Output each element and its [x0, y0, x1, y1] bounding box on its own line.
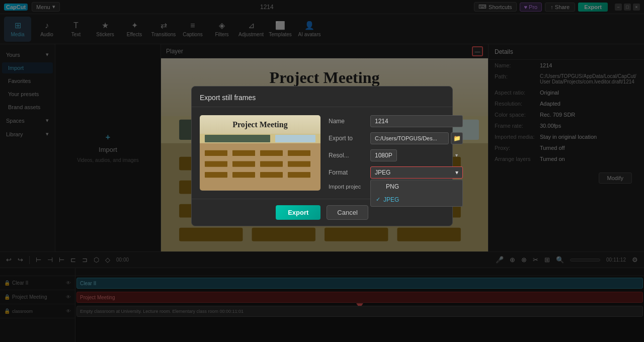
dialog-form: Name Export to 📁 Resol... 1080P 7 — [329, 115, 463, 191]
svg-rect-30 — [260, 161, 283, 166]
form-row-format: Format JPEG ▾ PNG ✓ — [329, 166, 463, 179]
dialog-body: Project Meeting — [192, 107, 452, 199]
format-chevron: ▾ — [455, 169, 458, 176]
form-row-resolution: Resol... 1080P 720P 4K — [329, 149, 463, 161]
svg-rect-24 — [205, 150, 227, 156]
form-row-export-to: Export to 📁 — [329, 132, 463, 144]
form-folder-button[interactable]: 📁 — [451, 132, 463, 144]
form-export-to-label: Export to — [329, 135, 366, 142]
form-export-to-field: 📁 — [370, 132, 463, 144]
dialog-title: Export still frames — [192, 87, 452, 107]
svg-rect-27 — [288, 150, 310, 156]
export-still-frames-dialog: Export still frames Project Meeting — [191, 86, 453, 226]
jpeg-label: JPEG — [383, 196, 399, 203]
svg-rect-34 — [260, 172, 283, 178]
form-resolution-label: Resol... — [329, 152, 366, 159]
format-current-value: JPEG — [375, 169, 390, 176]
form-row-name: Name — [329, 115, 463, 127]
form-format-trigger[interactable]: JPEG ▾ — [370, 166, 463, 179]
form-format-dropdown: JPEG ▾ PNG ✓ JPEG — [370, 166, 463, 179]
svg-rect-21 — [205, 135, 270, 142]
svg-rect-29 — [232, 161, 255, 166]
form-name-input[interactable] — [370, 115, 463, 127]
dialog-cancel-button[interactable]: Cancel — [327, 205, 368, 220]
form-resolution-select[interactable]: 1080P 720P 4K — [370, 149, 397, 161]
dialog-export-button[interactable]: Export — [276, 205, 320, 220]
svg-rect-25 — [232, 150, 255, 156]
png-label: PNG — [386, 183, 399, 190]
svg-rect-26 — [260, 150, 283, 156]
dialog-classroom-bg: Project Meeting — [200, 115, 320, 191]
format-option-png[interactable]: PNG — [371, 180, 462, 193]
form-import-project-label: Import projec — [329, 184, 366, 190]
form-format-label: Format — [329, 169, 366, 176]
dialog-preview: Project Meeting — [200, 115, 320, 191]
svg-rect-35 — [288, 172, 310, 178]
svg-rect-31 — [288, 161, 310, 166]
svg-rect-32 — [205, 172, 227, 178]
form-name-label: Name — [329, 118, 366, 125]
format-option-jpeg[interactable]: ✓ JPEG — [371, 193, 462, 206]
dialog-preview-title: Project Meeting — [232, 120, 287, 129]
form-resolution-select-wrapper: 1080P 720P 4K — [370, 149, 463, 161]
jpeg-checkmark: ✓ — [376, 196, 380, 203]
form-export-to-input[interactable] — [370, 132, 449, 144]
svg-rect-33 — [232, 172, 255, 178]
svg-rect-28 — [205, 161, 227, 166]
svg-rect-22 — [275, 135, 315, 142]
format-dropdown-menu: PNG ✓ JPEG — [370, 180, 463, 207]
dialog-overlay: Export still frames Project Meeting — [0, 0, 644, 342]
